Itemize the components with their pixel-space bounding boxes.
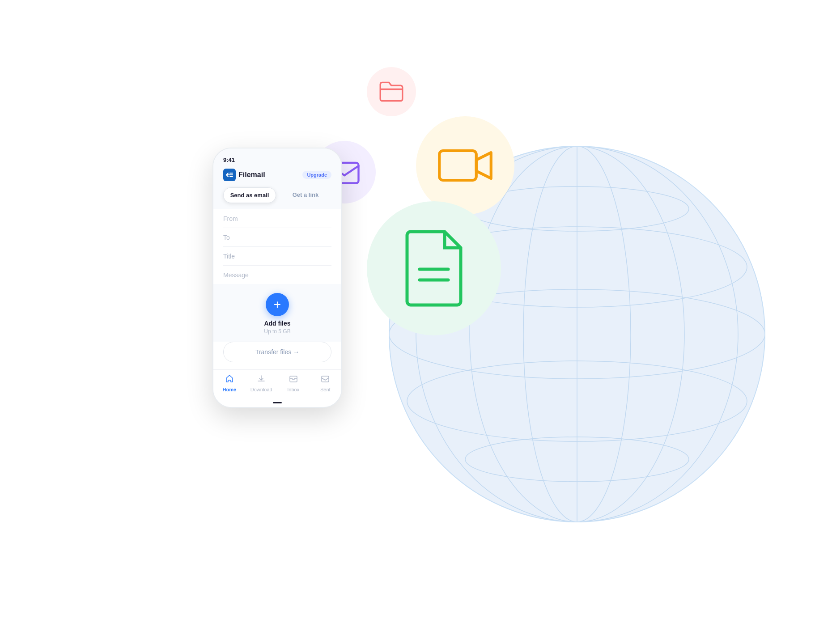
phone-mockup: 9:41 Filemail Upgrade: [212, 148, 342, 408]
from-field[interactable]: From: [223, 209, 331, 228]
title-field[interactable]: Title: [223, 247, 331, 266]
form-area: From To Title Message: [213, 209, 341, 284]
logo-icon: [223, 169, 236, 181]
to-field[interactable]: To: [223, 228, 331, 247]
tab-row: Send as email Get a link: [223, 187, 331, 203]
nav-sent[interactable]: Sent: [310, 374, 342, 392]
document-icon-bubble: [367, 201, 501, 335]
logo-text: Filemail: [238, 171, 265, 179]
get-link-tab[interactable]: Get a link: [280, 187, 331, 203]
send-email-tab[interactable]: Send as email: [223, 187, 276, 203]
download-icon: [257, 374, 266, 386]
home-icon: [225, 374, 234, 386]
folder-icon-bubble: [367, 67, 416, 116]
add-files-label: Add files: [264, 320, 290, 327]
svg-rect-12: [439, 151, 476, 180]
nav-sent-label: Sent: [320, 387, 331, 392]
logo-area: Filemail: [223, 169, 265, 181]
plus-icon: +: [274, 297, 281, 312]
svg-rect-15: [290, 376, 297, 382]
nav-inbox[interactable]: Inbox: [277, 374, 310, 392]
add-files-sublabel: Up to 5 GB: [264, 328, 290, 335]
sent-icon: [321, 374, 330, 386]
status-time: 9:41: [223, 157, 235, 163]
video-icon-bubble: [416, 116, 514, 215]
add-files-button[interactable]: +: [266, 293, 289, 316]
nav-download-label: Download: [250, 387, 272, 392]
inbox-icon: [289, 374, 298, 386]
home-indicator: [273, 402, 282, 403]
bottom-nav: Home Download: [213, 369, 341, 400]
svg-rect-16: [322, 376, 329, 382]
nav-home[interactable]: Home: [213, 374, 246, 392]
nav-download[interactable]: Download: [246, 374, 278, 392]
nav-inbox-label: Inbox: [287, 387, 299, 392]
upgrade-badge[interactable]: Upgrade: [302, 171, 331, 179]
add-files-area: + Add files Up to 5 GB: [213, 284, 341, 342]
nav-home-label: Home: [222, 387, 236, 392]
transfer-button[interactable]: Transfer files →: [223, 342, 331, 362]
message-field[interactable]: Message: [223, 266, 331, 284]
